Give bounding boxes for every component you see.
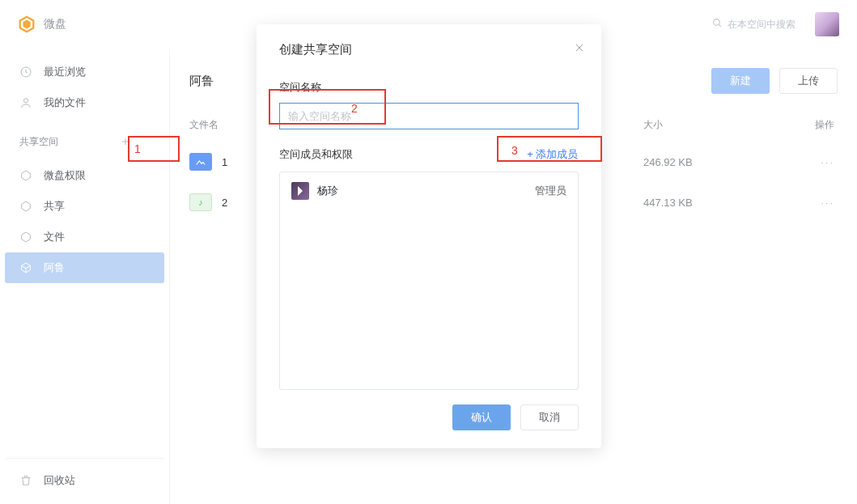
confirm-button[interactable]: 确认 bbox=[452, 404, 511, 430]
annotation-label-2: 2 bbox=[351, 102, 358, 115]
member-avatar bbox=[291, 182, 309, 200]
create-space-modal: 创建共享空间 空间名称 空间成员和权限 + 添加成员 杨珍 管理员 确认 取消 bbox=[257, 24, 601, 448]
member-row: 杨珍 管理员 bbox=[291, 182, 566, 200]
member-role: 管理员 bbox=[535, 184, 566, 198]
members-label: 空间成员和权限 bbox=[279, 147, 353, 162]
add-member-link[interactable]: + 添加成员 bbox=[527, 147, 578, 162]
cancel-button[interactable]: 取消 bbox=[520, 404, 579, 430]
space-name-label: 空间名称 bbox=[279, 80, 579, 95]
space-name-input[interactable] bbox=[279, 103, 579, 129]
annotation-label-3: 3 bbox=[511, 144, 518, 157]
annotation-label-1: 1 bbox=[134, 142, 141, 155]
close-icon bbox=[574, 42, 585, 53]
modal-overlay: 创建共享空间 空间名称 空间成员和权限 + 添加成员 杨珍 管理员 确认 取消 bbox=[0, 0, 857, 504]
close-button[interactable] bbox=[571, 39, 588, 60]
modal-title: 创建共享空间 bbox=[279, 42, 579, 57]
member-name: 杨珍 bbox=[317, 184, 338, 198]
members-list: 杨珍 管理员 bbox=[279, 172, 579, 390]
